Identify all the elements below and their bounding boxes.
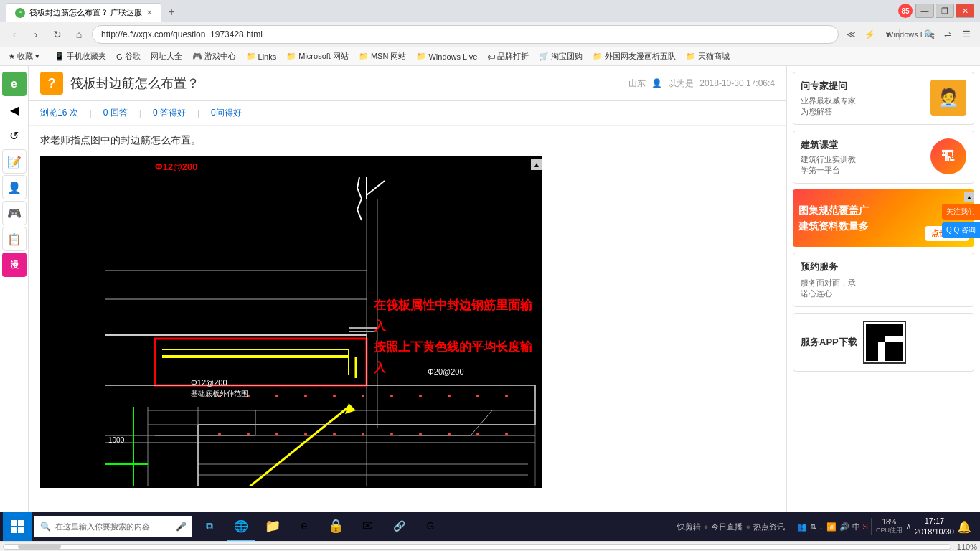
bookmark-manga[interactable]: 📁 外国网友漫画析五队 — [588, 50, 680, 63]
forward-button[interactable]: › — [27, 26, 44, 43]
bookmark-windows-live[interactable]: 📁 Windows Live — [412, 50, 481, 62]
hot-info-label[interactable]: 热点资讯 — [753, 522, 785, 532]
arrows-icon: ⇅ — [810, 522, 816, 532]
mic-icon[interactable]: 🎤 — [176, 522, 187, 532]
cpu-label: CPU使用 — [876, 526, 903, 535]
taskbar-app-browser-e[interactable]: e — [290, 512, 319, 541]
taskbar-app-edge[interactable]: 🌐 — [227, 512, 255, 541]
follow-btn[interactable]: 关注我们 — [942, 204, 980, 220]
qq-btn[interactable]: Q Q 咨询 — [942, 222, 980, 238]
tab-favicon: e — [15, 8, 25, 18]
people-icon[interactable]: 👥 — [797, 522, 807, 532]
user-sync-icon[interactable]: ⇌ — [940, 27, 956, 42]
notification-center-button[interactable]: 🔔 — [957, 520, 971, 534]
svg-point-42 — [247, 433, 250, 435]
horizontal-scrollbar[interactable] — [3, 544, 951, 550]
taskbar-search[interactable]: 🔍 在这里输入你要搜索的内容 🎤 — [34, 516, 192, 537]
sidebar-icon-back[interactable]: ◀ — [2, 98, 27, 122]
taskbar-app-chrome[interactable]: G — [416, 512, 445, 541]
cpu-info: 18% CPU使用 — [871, 518, 903, 535]
cad-image-container: 1000 Φ12@200 在筏板属性中封边钢筋里面输入 按照上下黄色线的平均长度… — [40, 156, 542, 488]
taskbar-app-network[interactable]: 🔗 — [385, 512, 413, 541]
meta-location: 山东 — [628, 77, 646, 90]
brand-icon: 🏷 — [487, 52, 495, 61]
sidebar-icon-e[interactable]: e — [2, 72, 27, 96]
bookmark-links[interactable]: 📁 Links — [242, 50, 281, 62]
scroll-up-button[interactable]: ▲ — [531, 159, 542, 170]
volume-icon[interactable]: 🔊 — [839, 522, 849, 532]
sidebar-icon-user[interactable]: 👤 — [2, 175, 27, 199]
sidebar-icon-manga[interactable]: 漫 — [2, 253, 27, 277]
bookmark-label: MSN 网站 — [371, 51, 407, 62]
svg-point-49 — [448, 433, 451, 435]
address-input[interactable] — [92, 25, 839, 44]
service-desc1: 服务面对面，承 — [801, 278, 966, 288]
taskbar-app-files[interactable]: 📁 — [258, 512, 287, 541]
svg-line-17 — [220, 407, 349, 486]
base-range-text: 基础底板外伸范围 — [191, 389, 248, 399]
sidebar-icon-game[interactable]: 🎮 — [2, 201, 27, 225]
banner-scroll-btn[interactable]: ▲ — [964, 192, 974, 202]
svg-line-59 — [367, 181, 385, 195]
close-button[interactable]: ✕ — [956, 4, 974, 18]
taskbar-app-lock[interactable]: 🔒 — [321, 512, 350, 541]
bookmark-msn[interactable]: 📁 MSN 网站 — [354, 50, 411, 63]
address-bar-icons: ≪ ⚡ ▾ Windows Live 🔍 ⇌ ☰ — [843, 27, 974, 42]
network-status-icon[interactable]: 📶 — [826, 522, 837, 532]
taskview-button[interactable]: ⧉ — [195, 512, 224, 541]
page-meta: 山东 👤 以为是 2018-10-30 17:06:4 — [628, 77, 775, 90]
tab-title: 筏板封边筋怎么布置？ 广联达服 — [29, 7, 142, 18]
new-tab-button[interactable]: + — [161, 3, 182, 22]
bookmark-brand[interactable]: 🏷 品牌打折 — [483, 50, 533, 63]
share-icon[interactable]: ≪ — [843, 27, 859, 42]
bookmark-google[interactable]: G 谷歌 — [112, 50, 145, 63]
bookmark-mobile[interactable]: 📱 手机收藏夹 — [50, 50, 110, 63]
restore-button[interactable]: ❐ — [936, 4, 954, 18]
bookmark-label: Links — [258, 52, 277, 61]
course-desc2: 学第一平台 — [801, 165, 925, 176]
menu-icon[interactable]: ☰ — [958, 27, 974, 42]
folder-icon: 📁 — [359, 52, 369, 61]
svg-rect-63 — [11, 527, 17, 533]
tab-close-button[interactable]: ✕ — [146, 9, 152, 17]
bookmark-label: 谷歌 — [125, 51, 141, 62]
bookmark-taobao[interactable]: 🛒 淘宝团购 — [534, 50, 587, 63]
bookmark-microsoft[interactable]: 📁 Microsoft 网站 — [282, 50, 353, 63]
svg-point-41 — [218, 433, 221, 435]
game-icon: 🎮 — [192, 52, 202, 61]
taskbar-search-placeholder: 在这里输入你要搜索的内容 — [55, 522, 150, 532]
bookmark-nav[interactable]: 网址大全 — [146, 50, 187, 63]
sidebar-icon-clipboard[interactable]: 📋 — [2, 227, 27, 251]
minimize-button[interactable]: — — [915, 4, 934, 18]
start-button[interactable] — [3, 512, 32, 541]
good-answers-stat[interactable]: 0 答得好 — [153, 107, 186, 119]
active-tab[interactable]: e 筏板封边筋怎么布置？ 广联达服 ✕ — [6, 3, 161, 22]
antivirus-icon[interactable]: S — [863, 522, 868, 531]
refresh-button[interactable]: ↻ — [49, 26, 66, 43]
bookmark-game[interactable]: 🎮 游戏中心 — [188, 50, 240, 63]
question-body: 求老师指点图中的封边筋怎么布置。 — [29, 126, 786, 496]
svg-point-47 — [390, 433, 393, 435]
today-live-label[interactable]: 今日直播 — [711, 522, 743, 532]
bookmark-favorites[interactable]: ★ 收藏 ▾ — [4, 50, 44, 63]
back-button[interactable]: ‹ — [6, 26, 23, 43]
helpful-stat[interactable]: 0问得好 — [211, 107, 242, 119]
download-icon[interactable]: ↓ — [819, 522, 824, 531]
input-method-icon[interactable]: 中 — [852, 522, 860, 532]
title-bar: e 筏板封边筋怎么布置？ 广联达服 ✕ + 85 — ❐ ✕ — [0, 0, 980, 22]
taskbar-clock[interactable]: 17:17 2018/10/30 — [915, 516, 954, 538]
home-button[interactable]: ⌂ — [70, 26, 88, 43]
bookmark-tmall[interactable]: 📁 天猫商城 — [682, 50, 734, 63]
right-sidebar: 问专家提问 业界最权威专家 为您解答 🧑‍💼 建筑课堂 建筑行业实训教 学第一平… — [786, 66, 980, 512]
sidebar-icon-note[interactable]: 📝 — [2, 149, 27, 174]
tab-list: e 筏板封边筋怎么布置？ 广联达服 ✕ + — [6, 0, 895, 22]
sidebar-icon-refresh[interactable]: ↺ — [2, 123, 27, 148]
answers-stat[interactable]: 0 回答 — [103, 107, 128, 119]
svg-point-35 — [362, 395, 364, 397]
zoom-level: 110% — [957, 542, 977, 551]
search-icon[interactable]: 🔍 — [921, 27, 937, 42]
svg-point-32 — [275, 395, 278, 397]
lightning-icon[interactable]: ⚡ — [862, 27, 877, 42]
expand-tray-icon[interactable]: ∧ — [905, 522, 912, 532]
taskbar-app-mail[interactable]: ✉ — [353, 512, 382, 541]
